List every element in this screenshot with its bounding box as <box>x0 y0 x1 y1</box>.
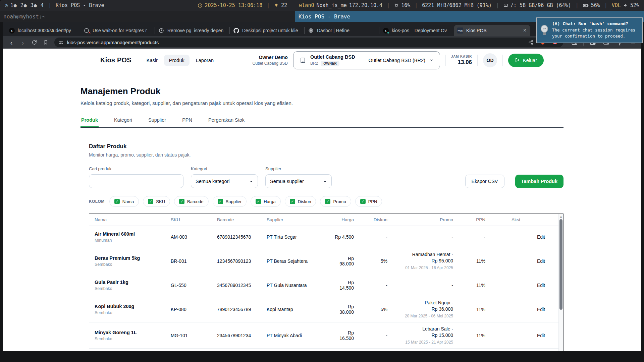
lightbulb-icon <box>539 21 549 39</box>
column-toggle-nama[interactable]: ✓Nama <box>109 196 139 207</box>
avatar[interactable]: OD <box>483 53 497 67</box>
notification-title: (A) Chat: Run 'bash' command? <box>552 21 639 27</box>
reload-button[interactable] <box>30 38 39 47</box>
tab-produk[interactable]: Produk <box>80 117 99 127</box>
browser-tab-pgisready[interactable]: Remove pg_isready depen <box>155 25 229 36</box>
product-discount: - <box>359 283 393 288</box>
product-name-cell: Gula Pasir 1kg Sembako <box>89 280 165 291</box>
checkbox-checked-icon: ✓ <box>290 199 295 204</box>
product-ppn: 11% <box>459 333 491 338</box>
column-toggle-supplier[interactable]: ✓Supplier <box>213 196 247 207</box>
table-row: Minyak Goreng 1L Sembako MG-101 23456789… <box>89 322 558 349</box>
edit-button[interactable]: Edit <box>537 234 545 240</box>
browser-window: ▲ localhost:3000/student/py × Use wait-o… <box>3 22 641 351</box>
browser-tab-dasbor[interactable]: Dasbor | Refine <box>305 25 379 36</box>
export-csv-button[interactable]: Ekspor CSV <box>465 175 504 188</box>
product-supplier: PT Minyak Abadi <box>261 333 327 338</box>
memory-usage: 6221 MiB/6862 MiB (91%) <box>422 2 492 8</box>
outlet-selector-box: Outlet Cabang BSD BR2 OWNER Outlet Caban… <box>293 51 440 69</box>
browser-tab-deployment[interactable]: ▲ kios-pos – Deployment Ov <box>379 25 454 36</box>
nav-item-kasir[interactable]: Kasir <box>142 55 163 66</box>
share-icon[interactable] <box>526 38 535 47</box>
clock-favicon <box>158 27 164 34</box>
product-sku: KP-080 <box>165 307 212 312</box>
forward-button[interactable]: › <box>18 38 28 47</box>
product-promo: - <box>393 234 459 240</box>
network-ssid: Noah_is_me <box>316 2 346 8</box>
back-button[interactable]: ‹ <box>7 38 16 47</box>
tab-ppn[interactable]: PPN <box>181 117 193 127</box>
scrollbar-thumb[interactable] <box>559 219 562 310</box>
nav-item-produk[interactable]: Produk <box>164 55 190 66</box>
edit-button[interactable]: Edit <box>537 283 545 288</box>
url-bar[interactable]: kios-pos.vercel.app/management/products … <box>54 38 563 47</box>
app-header: Kios POS Kasir Produk Laporan Owner Demo… <box>3 49 641 72</box>
category-select[interactable]: Semua kategori <box>191 174 258 188</box>
network-ip: 172.20.10.4 <box>349 2 382 8</box>
workspace-list[interactable]: 1● 2● 3● 4 <box>10 2 44 8</box>
vercel-deploy-icon: ▲ <box>383 27 389 34</box>
browser-tab-kiospos-active[interactable]: POS Kios POS × <box>454 25 530 36</box>
bookmark-icon[interactable] <box>41 38 50 47</box>
outlet-code: BR2 <box>310 61 318 66</box>
table-scrollbar[interactable]: ▲ ▼ <box>558 214 563 351</box>
outlet-select[interactable]: Outlet Cabang BSD (BR2) <box>369 58 434 63</box>
product-discount: - <box>359 333 393 338</box>
add-product-button[interactable]: Tambah Produk <box>515 175 564 188</box>
column-toggle-barcode[interactable]: ✓Barcode <box>174 196 208 207</box>
product-name-cell: Air Mineral 600ml Minuman <box>89 231 165 243</box>
product-barcode: 2345678901234 <box>212 333 261 338</box>
os-clock: 2025-10-25 13:06:18 <box>205 2 263 8</box>
edit-button[interactable]: Edit <box>537 333 545 338</box>
browser-tab-localhost[interactable]: ▲ localhost:3000/student/py <box>5 25 80 36</box>
browser-tab-deskripsi[interactable]: Deskripsi project untuk klie <box>230 25 304 36</box>
workspace-active-icon[interactable]: ⊙ <box>5 2 8 9</box>
product-supplier: PT Tirta Segar <box>261 234 327 240</box>
product-ppn: 11% <box>459 258 491 264</box>
checkbox-checked-icon: ✓ <box>218 199 223 204</box>
column-toggle-diskon[interactable]: ✓Diskon <box>285 196 316 207</box>
search-input[interactable] <box>89 174 183 188</box>
brightness-icon <box>274 3 279 8</box>
clock-icon <box>198 3 203 8</box>
column-toggle-harga[interactable]: ✓Harga <box>251 196 280 207</box>
globe-icon <box>308 27 314 34</box>
logout-button[interactable]: Keluar <box>508 54 544 67</box>
tab-kategori[interactable]: Kategori <box>113 117 133 127</box>
nav-item-laporan[interactable]: Laporan <box>191 55 219 66</box>
product-promo: Lebaran Sale · Rp 15.000 15 Mar 2025 - 2… <box>393 323 459 348</box>
product-supplier: PT Gula Nusantara <box>261 283 327 288</box>
tab-pergerakan-stok[interactable]: Pergerakan Stok <box>208 117 245 127</box>
app-brand[interactable]: Kios POS <box>100 56 131 64</box>
management-tabs: Produk Kategori Supplier PPN Pergerakan … <box>80 117 564 128</box>
edit-button[interactable]: Edit <box>537 307 545 312</box>
close-tab-icon[interactable]: × <box>523 27 527 34</box>
github-pr-icon: × <box>84 27 90 34</box>
columns-label: KOLOM <box>89 199 105 204</box>
column-toggle-sku[interactable]: ✓SKU <box>143 196 170 207</box>
user-name: Owner Demo <box>252 55 287 60</box>
search-label: Cari produk <box>89 166 183 171</box>
edit-button[interactable]: Edit <box>537 258 545 264</box>
scroll-up-icon[interactable]: ▲ <box>560 214 562 219</box>
notification-body: The current chat session requires your c… <box>552 27 639 39</box>
table-row: Gula Pasir 1kg Sembako GL-550 3456789012… <box>89 274 558 296</box>
url-text[interactable]: kios-pos.vercel.app/management/products <box>67 40 159 45</box>
column-toggle-promo[interactable]: ✓Promo <box>320 196 351 207</box>
browser-tab-waiton[interactable]: × Use wait-on for Postgres r <box>80 25 155 36</box>
supplier-select[interactable]: Semua supplier <box>265 174 332 188</box>
tab-supplier[interactable]: Supplier <box>148 117 167 127</box>
product-supplier: Kopi Mantap <box>261 307 327 312</box>
product-name-cell: Beras Premium 5kg Sembako <box>89 255 165 267</box>
product-ppn: 11% <box>459 307 491 312</box>
product-price: Rp 4.500 <box>327 234 359 240</box>
site-settings-icon[interactable] <box>58 40 64 45</box>
product-ppn: 11% <box>459 283 491 288</box>
product-price: Rp 38.000 <box>327 304 359 315</box>
battery-level: 56% <box>591 2 600 8</box>
column-toggle-ppn[interactable]: ✓PPN <box>355 196 382 207</box>
chat-confirmation-notification[interactable]: (A) Chat: Run 'bash' command? The curren… <box>536 17 643 43</box>
product-discount: - <box>359 234 393 240</box>
taskbar-terminal-window[interactable]: noah@myhost:~ <box>3 11 45 22</box>
checkbox-checked-icon: ✓ <box>114 199 120 204</box>
